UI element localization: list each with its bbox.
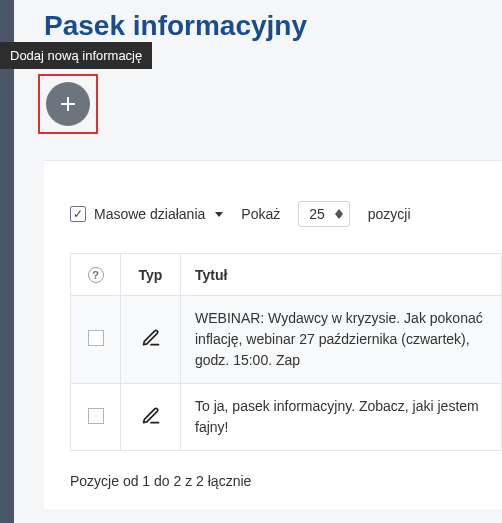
show-label: Pokaż	[241, 206, 280, 222]
table-row: WEBINAR: Wydawcy w kryzysie. Jak pokonać…	[71, 296, 502, 384]
content-card: Masowe działania Pokaż 25 pozycji	[44, 160, 502, 509]
page-size-value: 25	[309, 206, 325, 222]
row-checkbox[interactable]	[88, 330, 104, 346]
show-suffix: pozycji	[368, 206, 411, 222]
help-icon: ?	[88, 267, 104, 283]
info-table: ? Typ Tytuł	[70, 253, 502, 451]
select-arrows-icon	[335, 209, 343, 219]
edit-button[interactable]	[141, 328, 161, 348]
page-title: Pasek informacyjny	[44, 10, 502, 42]
bulk-actions-label: Masowe działania	[94, 206, 205, 222]
bulk-checkbox-icon	[70, 206, 86, 222]
row-title: WEBINAR: Wydawcy w kryzysie. Jak pokonać…	[181, 296, 502, 384]
add-button[interactable]	[46, 82, 90, 126]
column-header-help[interactable]: ?	[71, 254, 121, 296]
edit-button[interactable]	[141, 406, 161, 426]
pagination-summary: Pozycje od 1 do 2 z 2 łącznie	[70, 473, 502, 489]
pencil-icon	[141, 406, 161, 426]
add-button-highlight	[38, 74, 98, 134]
column-header-type[interactable]: Typ	[121, 254, 181, 296]
column-header-title[interactable]: Tytuł	[181, 254, 502, 296]
row-title: To ja, pasek informacyjny. Zobacz, jaki …	[181, 384, 502, 451]
left-rail	[0, 0, 14, 523]
pencil-icon	[141, 328, 161, 348]
row-checkbox[interactable]	[88, 408, 104, 424]
add-tooltip: Dodaj nową informację	[0, 42, 152, 69]
plus-icon	[58, 94, 78, 114]
table-row: To ja, pasek informacyjny. Zobacz, jaki …	[71, 384, 502, 451]
toolbar: Masowe działania Pokaż 25 pozycji	[70, 201, 502, 227]
bulk-actions-dropdown[interactable]: Masowe działania	[70, 206, 223, 222]
caret-down-icon	[215, 212, 223, 217]
page-size-select[interactable]: 25	[298, 201, 350, 227]
